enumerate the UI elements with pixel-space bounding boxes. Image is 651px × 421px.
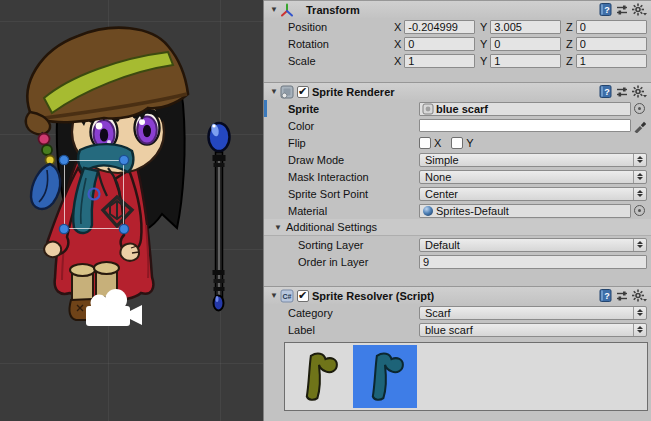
staff-sprite[interactable]: [209, 123, 230, 311]
flip-x-label: X: [434, 137, 441, 149]
component-title: Sprite Renderer: [312, 86, 395, 98]
additional-settings-foldout[interactable]: ▼ Additional Settings: [264, 219, 651, 236]
prefab-override-indicator: [264, 100, 267, 117]
sprite-renderer-icon: [280, 85, 294, 99]
sorting-layer-row: Sorting Layer Default: [264, 236, 651, 253]
dropdown-arrows-icon: [633, 154, 646, 166]
scale-y-field[interactable]: [490, 54, 561, 68]
flip-x-checkbox[interactable]: [419, 137, 431, 149]
order-in-layer-field[interactable]: [419, 255, 647, 269]
sprite-object-name: blue scarf: [436, 103, 488, 115]
sprite-thumbnail-green-scarf[interactable]: [287, 345, 351, 408]
mask-interaction-value: None: [425, 171, 451, 183]
scale-x-field[interactable]: [404, 54, 475, 68]
dropdown-arrows-icon: [633, 239, 646, 251]
material-row: Material Sprites-Default: [264, 202, 651, 219]
help-icon[interactable]: ?: [599, 289, 612, 302]
scene-view[interactable]: [0, 0, 263, 421]
inspector-panel: ▼ Transform ?: [263, 0, 651, 421]
z-axis-label: Z: [566, 21, 573, 33]
sorting-layer-dropdown[interactable]: Default: [419, 238, 647, 252]
position-x-field[interactable]: [404, 20, 475, 34]
material-sphere-icon: [422, 205, 434, 217]
sprite-sort-point-label: Sprite Sort Point: [288, 188, 419, 200]
sprite-sort-point-dropdown[interactable]: Center: [419, 187, 647, 201]
color-swatch[interactable]: [419, 119, 631, 132]
category-dropdown[interactable]: Scarf: [419, 306, 647, 320]
object-picker-icon[interactable]: [634, 103, 645, 114]
x-axis-label: X: [394, 38, 401, 50]
help-icon[interactable]: ?: [599, 3, 612, 16]
rotation-x-field[interactable]: [404, 37, 475, 51]
x-axis-label: X: [394, 21, 401, 33]
order-in-layer-row: Order in Layer: [264, 253, 651, 270]
rotation-y-field[interactable]: [490, 37, 561, 51]
sprite-resolver-header: ▼ C# Sprite Resolver (Script) ?: [264, 286, 651, 304]
presets-icon[interactable]: [616, 86, 628, 98]
mask-interaction-label: Mask Interaction: [288, 171, 419, 183]
order-in-layer-label: Order in Layer: [298, 256, 419, 268]
sprite-sort-point-value: Center: [425, 188, 458, 200]
rotation-row: Rotation X Y Z: [264, 35, 651, 52]
position-z-field[interactable]: [576, 20, 647, 34]
sprite-sort-point-row: Sprite Sort Point Center: [264, 185, 651, 202]
gear-icon[interactable]: [632, 85, 647, 98]
label-row: Label blue scarf: [264, 321, 651, 338]
component-enabled-checkbox[interactable]: [297, 290, 309, 302]
help-icon[interactable]: ?: [599, 85, 612, 98]
additional-settings-label: Additional Settings: [286, 221, 377, 233]
sorting-layer-value: Default: [425, 239, 460, 251]
material-object-name: Sprites-Default: [436, 205, 509, 217]
presets-icon[interactable]: [616, 4, 628, 16]
eyedropper-icon[interactable]: [633, 119, 646, 133]
label-value: blue scarf: [425, 324, 473, 336]
rotation-z-field[interactable]: [576, 37, 647, 51]
category-label: Category: [288, 307, 419, 319]
draw-mode-dropdown[interactable]: Simple: [419, 153, 647, 167]
flip-y-label: Y: [466, 137, 473, 149]
flip-y-checkbox[interactable]: [451, 137, 463, 149]
position-row: Position X Y Z: [264, 18, 651, 35]
draw-mode-row: Draw Mode Simple: [264, 151, 651, 168]
foldout-triangle-icon[interactable]: ▼: [268, 291, 280, 300]
foldout-triangle-icon[interactable]: ▼: [268, 5, 280, 14]
transform-tool-icon: [280, 3, 294, 17]
svg-text:?: ?: [604, 5, 610, 15]
object-picker-icon[interactable]: [634, 205, 645, 216]
y-axis-label: Y: [480, 21, 487, 33]
sprite-label: Sprite: [288, 103, 419, 115]
hat-charm: [31, 132, 60, 209]
gear-icon[interactable]: [632, 3, 647, 16]
position-y-field[interactable]: [490, 20, 561, 34]
presets-icon[interactable]: [616, 290, 628, 302]
scale-label: Scale: [288, 55, 394, 67]
z-axis-label: Z: [566, 38, 573, 50]
y-axis-label: Y: [480, 38, 487, 50]
svg-text:C#: C#: [283, 293, 292, 300]
sprite-object-field[interactable]: blue scarf: [419, 102, 631, 116]
rotation-label: Rotation: [288, 38, 394, 50]
x-axis-label: X: [394, 55, 401, 67]
sprite-thumbnail-blue-scarf[interactable]: [353, 345, 417, 408]
mask-interaction-row: Mask Interaction None: [264, 168, 651, 185]
mask-interaction-dropdown[interactable]: None: [419, 170, 647, 184]
character-sprite[interactable]: [26, 28, 188, 320]
svg-text:?: ?: [604, 87, 610, 97]
flip-row: Flip X Y: [264, 134, 651, 151]
material-object-field[interactable]: Sprites-Default: [419, 204, 631, 218]
position-label: Position: [288, 21, 394, 33]
gear-icon[interactable]: [632, 289, 647, 302]
csharp-script-icon: C#: [280, 289, 294, 303]
material-label: Material: [288, 205, 419, 217]
component-enabled-checkbox[interactable]: [297, 86, 309, 98]
dropdown-arrows-icon: [633, 171, 646, 183]
sorting-layer-label: Sorting Layer: [298, 239, 419, 251]
svg-text:?: ?: [604, 291, 610, 301]
sprite-row: Sprite blue scarf: [264, 100, 651, 117]
label-label: Label: [288, 324, 419, 336]
sprite-variant-selector: [284, 342, 648, 411]
foldout-triangle-icon[interactable]: ▼: [268, 87, 280, 96]
label-dropdown[interactable]: blue scarf: [419, 323, 647, 337]
foldout-triangle-icon: ▼: [272, 223, 284, 232]
scale-z-field[interactable]: [576, 54, 647, 68]
